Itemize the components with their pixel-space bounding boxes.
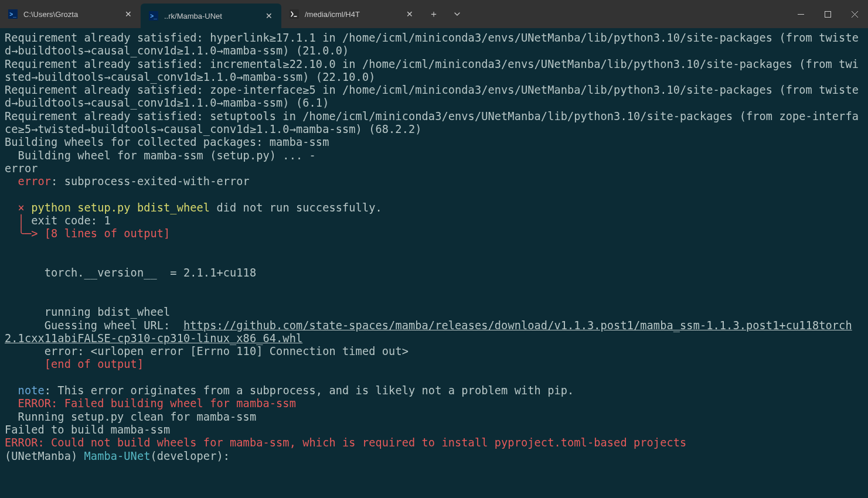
maximize-button[interactable] — [814, 0, 841, 28]
titlebar-drag-area[interactable] — [469, 0, 787, 28]
close-icon[interactable]: ✕ — [123, 9, 134, 19]
output-line: Building wheel for mamba-ssm (setup.py) … — [5, 149, 316, 162]
tab-bar: >_ C:\Users\Grozta ✕ >_ ..rk/Mamba-UNet … — [0, 0, 469, 28]
output-line: [end of output] — [5, 358, 144, 370]
tab-0[interactable]: >_ C:\Users\Grozta ✕ — [0, 0, 141, 28]
output-line: Requirement already satisfied: zope-inte… — [5, 84, 859, 109]
svg-rect-3 — [825, 11, 830, 17]
terminal-output[interactable]: Requirement already satisfied: hyperlink… — [0, 28, 868, 468]
output-line: Building wheels for collected packages: … — [5, 136, 329, 148]
window-controls — [787, 0, 868, 28]
minimize-icon — [798, 11, 804, 18]
output-line: ERROR: Failed building wheel for mamba-s… — [5, 397, 296, 410]
output-line: Requirement already satisfied: hyperlink… — [5, 32, 859, 57]
output-line: Requirement already satisfied: setuptool… — [5, 110, 859, 135]
output-line: running bdist_wheel — [5, 306, 170, 318]
powershell-icon: >_ — [8, 9, 18, 19]
tab-label: ..rk/Mamba-UNet — [164, 12, 258, 21]
tab-label: C:\Users\Grozta — [23, 10, 117, 19]
output-line: error: subprocess-exited-with-error — [5, 175, 250, 187]
close-icon[interactable]: ✕ — [264, 11, 274, 21]
output-line: │ exit code: 1 — [5, 214, 111, 227]
tab-label: /media/icml/H4T — [305, 10, 399, 19]
output-line: error: <urlopen error [Errno 110] Connec… — [5, 345, 409, 357]
minimize-button[interactable] — [787, 0, 814, 28]
svg-rect-0 — [290, 9, 299, 19]
tab-dropdown[interactable] — [445, 0, 469, 28]
output-line: ╰─> [8 lines of output] — [5, 227, 170, 240]
tab-2[interactable]: /media/icml/H4T ✕ — [281, 0, 422, 28]
close-icon[interactable]: ✕ — [404, 9, 415, 19]
close-icon — [852, 11, 858, 18]
new-tab-button[interactable]: ＋ — [422, 0, 445, 28]
close-window-button[interactable] — [841, 0, 868, 28]
output-line: error — [5, 162, 38, 175]
output-line: note: This error originates from a subpr… — [5, 384, 574, 397]
powershell-icon: >_ — [149, 11, 158, 21]
output-line: Running setup.py clean for mamba-ssm — [5, 411, 256, 423]
prompt: (UNetManba) Mamba-UNet(developer): — [5, 450, 230, 462]
chevron-down-icon — [454, 11, 461, 18]
output-line: Failed to build mamba-ssm — [5, 424, 170, 436]
tab-1[interactable]: >_ ..rk/Mamba-UNet ✕ — [141, 4, 281, 28]
bash-icon — [290, 9, 299, 19]
output-line: ERROR: Could not build wheels for mamba-… — [5, 436, 686, 449]
maximize-icon — [825, 11, 831, 18]
output-line: Requirement already satisfied: increment… — [5, 58, 859, 83]
titlebar: >_ C:\Users\Grozta ✕ >_ ..rk/Mamba-UNet … — [0, 0, 868, 28]
output-line: torch.__version__ = 2.1.1+cu118 — [5, 267, 256, 279]
output-line: Guessing wheel URL: https://github.com/s… — [5, 319, 852, 344]
output-line: × python setup.py bdist_wheel did not ru… — [5, 202, 382, 214]
